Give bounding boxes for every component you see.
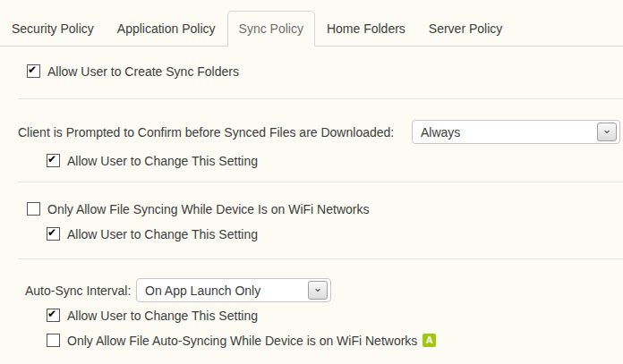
- create-sync-folders-label: Allow User to Create Sync Folders: [47, 64, 239, 79]
- tab-security-policy[interactable]: Security Policy: [0, 12, 106, 46]
- section-divider: [18, 182, 623, 182]
- setting-confirm-before-download: Client is Prompted to Confirm before Syn…: [0, 120, 623, 145]
- setting-auto-sync-allow-change: ✔ Allow User to Change This Setting: [47, 308, 258, 323]
- wifi-sync-allow-change-label: Allow User to Change This Setting: [67, 227, 258, 241]
- setting-auto-sync-interval: Auto-Sync Interval: On App Launch Only ⌄: [0, 278, 623, 303]
- wifi-only-sync-label: Only Allow File Syncing While Device Is …: [47, 202, 369, 216]
- wifi-only-autosync-checkbox[interactable]: [47, 334, 60, 347]
- checkmark-icon: ✔: [47, 225, 56, 241]
- admin-a-badge: A: [422, 334, 436, 347]
- auto-sync-allow-change-checkbox[interactable]: ✔: [47, 309, 60, 322]
- setting-create-sync-folders: ✔ Allow User to Create Sync Folders: [27, 63, 239, 79]
- policy-tab-bar: Security Policy Application Policy Sync …: [0, 0, 623, 47]
- checkmark-icon: ✔: [47, 307, 56, 322]
- confirm-allow-change-checkbox[interactable]: ✔: [47, 154, 60, 167]
- auto-sync-interval-label: Auto-Sync Interval:: [25, 278, 131, 303]
- setting-wifi-sync-allow-change: ✔ Allow User to Change This Setting: [47, 226, 258, 241]
- auto-sync-interval-select[interactable]: On App Launch Only ⌄: [136, 278, 331, 302]
- tab-home-folders[interactable]: Home Folders: [315, 12, 417, 46]
- auto-sync-interval-selected-value: On App Launch Only: [137, 284, 308, 298]
- checkmark-icon: ✔: [28, 63, 37, 78]
- wifi-only-sync-checkbox[interactable]: [27, 202, 40, 216]
- section-divider: [18, 98, 623, 99]
- tab-sync-policy[interactable]: Sync Policy: [227, 11, 315, 47]
- setting-wifi-only-autosync: Only Allow File Auto-Syncing While Devic…: [47, 333, 436, 348]
- chevron-down-icon[interactable]: ⌄: [597, 123, 617, 141]
- auto-sync-allow-change-label: Allow User to Change This Setting: [67, 309, 258, 323]
- tab-application-policy[interactable]: Application Policy: [106, 12, 227, 46]
- setting-wifi-only-sync: Only Allow File Syncing While Device Is …: [27, 201, 369, 216]
- create-sync-folders-checkbox[interactable]: ✔: [27, 64, 40, 78]
- wifi-only-autosync-label: Only Allow File Auto-Syncing While Devic…: [67, 334, 417, 348]
- tab-server-policy[interactable]: Server Policy: [417, 12, 514, 46]
- chevron-down-icon[interactable]: ⌄: [308, 281, 328, 300]
- sync-policy-page: Security Policy Application Policy Sync …: [0, 0, 623, 364]
- confirm-before-download-label: Client is Prompted to Confirm before Syn…: [18, 120, 394, 145]
- checkmark-icon: ✔: [47, 152, 56, 167]
- section-divider: [18, 258, 623, 259]
- wifi-sync-allow-change-checkbox[interactable]: ✔: [47, 227, 60, 241]
- confirm-before-download-selected-value: Always: [413, 125, 597, 140]
- setting-confirm-allow-change: ✔ Allow User to Change This Setting: [47, 153, 258, 168]
- confirm-allow-change-label: Allow User to Change This Setting: [67, 154, 258, 168]
- confirm-before-download-select[interactable]: Always ⌄: [412, 120, 620, 144]
